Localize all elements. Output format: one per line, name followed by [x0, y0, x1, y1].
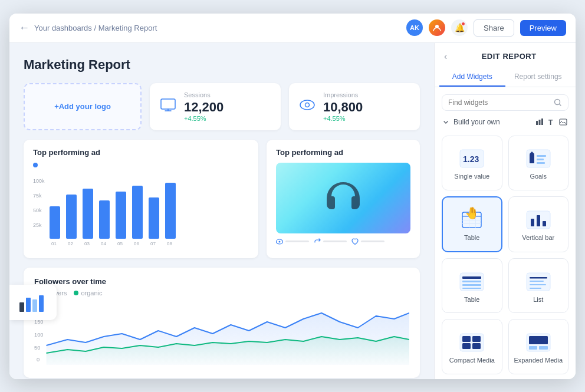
stat-card-sessions: Sessions 12,200 +4.55% [150, 83, 281, 130]
impressions-icon [300, 98, 315, 115]
svg-text:02: 02 [68, 241, 73, 246]
bar-chart-title: Top performing ad [33, 148, 249, 157]
sessions-info: Sessions 12,200 +4.55% [184, 91, 270, 122]
panel-search[interactable] [442, 94, 568, 111]
widget-compact-media[interactable]: Compact Media [442, 319, 502, 374]
table2-icon [459, 272, 484, 291]
goals-label: Goals [530, 173, 547, 180]
vertical-bar-icon [526, 210, 551, 229]
metric-views [276, 238, 309, 245]
svg-text:100k: 100k [33, 178, 45, 184]
impressions-label: Impressions [323, 91, 409, 98]
svg-rect-37 [539, 120, 541, 125]
search-icon [554, 98, 562, 107]
widget-list[interactable]: List [508, 258, 569, 313]
panel-title: EDIT REPORT [452, 52, 566, 61]
sessions-label: Sessions [184, 91, 270, 98]
followers-chart-svg: 200 150 100 50 0 [34, 301, 409, 366]
charts-row: Top performing ad 100k 75k 50k 25k [24, 140, 420, 258]
svg-rect-69 [462, 336, 471, 342]
list-icon [526, 272, 551, 291]
image-chart-title: Top performing ad [276, 148, 410, 157]
svg-rect-15 [165, 183, 176, 239]
compact-media-label: Compact Media [449, 357, 495, 364]
svg-rect-12 [116, 192, 126, 239]
stats-row: +Add your logo Sessions 12,200 +4.55% [24, 83, 420, 130]
svg-rect-59 [462, 276, 481, 279]
sessions-change: +4.55% [184, 115, 270, 122]
share-button[interactable]: Share [474, 19, 514, 37]
svg-text:01: 01 [51, 241, 57, 246]
svg-rect-34 [39, 295, 44, 312]
sessions-icon [160, 98, 176, 115]
top-bar: ← Your dashboards / Marketing Report AK … [9, 14, 576, 43]
svg-rect-75 [529, 346, 537, 350]
report-area: Marketing Report +Add your logo Sessions… [9, 43, 434, 379]
svg-text:07: 07 [150, 241, 156, 246]
widget-vertical-bar[interactable]: Vertical bar [508, 196, 569, 252]
notification-bell[interactable]: 🔔 [451, 19, 468, 36]
tab-add-widgets[interactable]: Add Widgets [439, 68, 505, 87]
svg-rect-46 [537, 159, 544, 160]
notification-dot [461, 22, 465, 26]
svg-point-2 [300, 100, 314, 110]
main-layout: Marketing Report +Add your logo Sessions… [9, 43, 576, 379]
preview-button[interactable]: Preview [520, 20, 566, 36]
svg-rect-67 [530, 288, 541, 289]
svg-text:0: 0 [37, 357, 40, 363]
widget-expanded-media[interactable]: Expanded Media [508, 319, 569, 374]
text-icon: T [548, 118, 554, 126]
single-value-label: Single value [454, 173, 489, 180]
svg-rect-76 [539, 346, 548, 350]
svg-rect-36 [536, 121, 538, 125]
svg-text:05: 05 [117, 241, 123, 246]
table2-label: Table [464, 296, 479, 303]
legend-row: followers organic [34, 289, 409, 297]
list-label: List [533, 296, 543, 303]
svg-text:50: 50 [34, 345, 40, 351]
widget-table2[interactable]: Table [442, 258, 502, 313]
widget-single-value[interactable]: 1.23 Single value [442, 136, 502, 190]
tab-report-settings[interactable]: Report settings [505, 68, 571, 87]
table-label: Table [464, 234, 479, 241]
svg-rect-11 [99, 200, 110, 239]
svg-rect-72 [472, 343, 481, 349]
right-panel: ‹ EDIT REPORT Add Widgets Report setting… [434, 43, 576, 379]
report-title: Marketing Report [24, 57, 420, 73]
svg-rect-60 [462, 281, 481, 282]
svg-rect-8 [50, 206, 60, 239]
followers-card: Followers over time followers organic 20… [24, 268, 420, 378]
svg-text:1.23: 1.23 [463, 154, 479, 164]
svg-rect-44 [530, 154, 534, 163]
panel-tabs: Add Widgets Report settings [435, 68, 576, 87]
image-chart-card: Top performing ad [267, 140, 420, 258]
svg-text:08: 08 [167, 241, 172, 246]
svg-text:100: 100 [34, 332, 43, 338]
image-icon [559, 118, 567, 126]
widget-goals[interactable]: Goals [508, 136, 569, 190]
single-value-icon: 1.23 [459, 149, 484, 168]
svg-rect-33 [32, 299, 37, 312]
widget-table[interactable]: 🤚 Table [442, 196, 502, 252]
expanded-media-icon [526, 333, 551, 352]
svg-rect-61 [462, 284, 481, 286]
legend-organic: organic [74, 289, 102, 297]
svg-rect-56 [537, 215, 540, 226]
vertical-bar-label: Vertical bar [522, 234, 554, 241]
panel-back-button[interactable]: ‹ [444, 51, 447, 62]
svg-rect-32 [26, 298, 31, 312]
bar-icon [535, 118, 544, 126]
breadcrumb: Your dashboards / Marketing Report [34, 24, 157, 32]
svg-text:T: T [548, 118, 553, 126]
back-button[interactable]: ← [19, 22, 29, 34]
avatar-ak: AK [406, 19, 423, 36]
avatar-user [429, 19, 445, 36]
svg-rect-10 [83, 189, 93, 239]
stat-card-impressions: Impressions 10,800 +4.55% [289, 83, 420, 130]
svg-text:03: 03 [84, 241, 90, 246]
widget-grid: 1.23 Single value Goals [435, 131, 576, 379]
top-bar-right: AK 🔔 Share Preview [406, 19, 566, 37]
floating-widget [9, 285, 57, 320]
search-input[interactable] [448, 98, 550, 107]
logo-card[interactable]: +Add your logo [24, 83, 142, 130]
